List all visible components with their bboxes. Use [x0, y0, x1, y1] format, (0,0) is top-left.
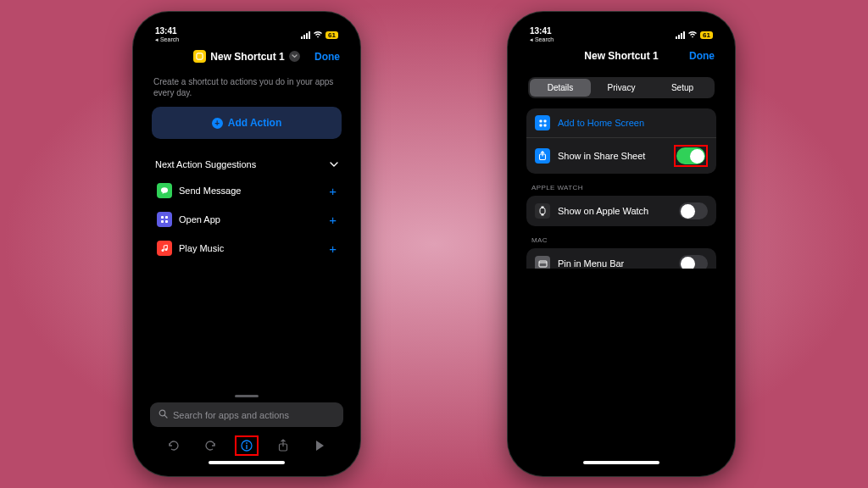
search-icon [159, 409, 168, 420]
suggestions-header-row[interactable]: Next Action Suggestions [152, 139, 342, 176]
share-button[interactable] [271, 435, 295, 456]
music-icon [157, 241, 172, 256]
svg-rect-15 [543, 119, 546, 122]
add-icon[interactable]: + [329, 184, 337, 198]
suggestion-row[interactable]: Send Message + [152, 176, 342, 205]
home-indicator[interactable] [209, 461, 285, 464]
back-to-search[interactable]: ◂ Search [155, 36, 179, 43]
group-watch: Show on Apple Watch [526, 196, 716, 226]
svg-rect-22 [539, 261, 547, 267]
info-button[interactable] [235, 435, 259, 456]
wifi-icon [313, 30, 323, 40]
suggestion-label: Open App [179, 214, 322, 225]
segmented-control: Details Privacy Setup [528, 77, 715, 98]
phone-settings: 13:41 ◂ Search 61 New Shortcut 1 Done De… [508, 12, 735, 476]
tab-privacy[interactable]: Privacy [591, 79, 652, 97]
svg-line-9 [164, 415, 167, 418]
tab-setup[interactable]: Setup [652, 79, 713, 97]
play-button[interactable] [308, 435, 331, 456]
add-icon[interactable]: + [329, 213, 337, 227]
battery-indicator: 61 [326, 31, 338, 39]
chevron-down-icon [330, 159, 338, 169]
share-sheet-icon [535, 148, 550, 164]
status-time: 13:41 [155, 26, 179, 36]
suggestion-row[interactable]: Play Music + [152, 234, 342, 263]
row-label: Show in Share Sheet [558, 151, 666, 161]
suggestions-header: Next Action Suggestions [155, 159, 256, 169]
svg-rect-16 [539, 124, 542, 126]
svg-rect-20 [542, 207, 544, 208]
back-to-search[interactable]: ◂ Search [530, 36, 554, 43]
undo-button[interactable] [162, 435, 186, 456]
plus-circle-icon: + [212, 118, 223, 129]
add-action-label: Add Action [228, 117, 282, 129]
svg-rect-14 [539, 119, 542, 122]
redo-button[interactable] [198, 435, 222, 456]
home-screen-icon [535, 115, 550, 130]
svg-rect-19 [540, 208, 545, 214]
svg-rect-0 [197, 53, 203, 59]
page-title: New Shortcut 1 [584, 50, 658, 62]
bottom-toolbar [150, 427, 343, 458]
notch [583, 20, 659, 39]
nav-header: New Shortcut 1 Done [142, 43, 352, 69]
menubar-icon [535, 256, 550, 269]
screen-editor: 13:41 ◂ Search 61 New Shortcut 1 [142, 20, 352, 468]
signal-icon [676, 31, 685, 39]
battery-indicator: 61 [700, 31, 713, 39]
suggestion-label: Send Message [179, 186, 322, 196]
message-icon [157, 183, 172, 198]
watch-toggle[interactable] [679, 202, 708, 219]
row-label: Pin in Menu Bar [558, 258, 671, 269]
drawer-grabber[interactable] [235, 395, 259, 397]
app-grid-icon [157, 212, 172, 227]
shortcut-app-icon [193, 50, 206, 63]
svg-rect-17 [543, 124, 546, 126]
group-header-watch: APPLE WATCH [526, 184, 716, 196]
svg-rect-2 [161, 216, 164, 219]
chevron-down-icon[interactable] [289, 51, 300, 62]
phone-editor: 13:41 ◂ Search 61 New Shortcut 1 [133, 12, 360, 476]
page-title: New Shortcut 1 [210, 51, 284, 63]
row-label: Add to Home Screen [558, 118, 708, 128]
search-input[interactable]: Search for apps and actions [150, 402, 343, 427]
svg-rect-3 [165, 216, 168, 219]
tab-details[interactable]: Details [530, 79, 591, 97]
group-general: Add to Home Screen Show in Share Sheet [526, 108, 716, 174]
home-indicator[interactable] [583, 461, 659, 464]
row-share-sheet: Show in Share Sheet [526, 137, 716, 174]
row-label: Show on Apple Watch [558, 206, 671, 216]
suggestion-label: Play Music [179, 243, 322, 253]
hint-text: Create a shortcut to actions you do in y… [152, 75, 342, 107]
svg-point-11 [246, 442, 248, 444]
group-header-mac: MAC [526, 236, 716, 248]
wifi-icon [687, 30, 698, 40]
row-add-home[interactable]: Add to Home Screen [526, 108, 716, 137]
notch [209, 20, 285, 39]
add-action-button[interactable]: + Add Action [152, 107, 342, 139]
signal-icon [301, 31, 310, 39]
pin-menu-toggle[interactable] [679, 255, 708, 269]
svg-rect-12 [246, 445, 247, 449]
search-placeholder: Search for apps and actions [173, 410, 289, 420]
share-sheet-toggle-highlight [674, 145, 708, 167]
nav-header: New Shortcut 1 Done [516, 43, 726, 69]
svg-rect-5 [165, 220, 168, 223]
svg-rect-21 [542, 214, 544, 216]
row-apple-watch: Show on Apple Watch [526, 196, 716, 226]
svg-point-1 [161, 187, 168, 192]
add-icon[interactable]: + [329, 241, 337, 256]
share-sheet-toggle[interactable] [676, 147, 705, 164]
status-time: 13:41 [530, 26, 554, 36]
group-mac: Pin in Menu Bar Receive What's Onscreen … [526, 248, 716, 269]
svg-rect-4 [161, 220, 164, 223]
done-button[interactable]: Done [689, 50, 715, 62]
suggestion-row[interactable]: Open App + [152, 205, 342, 234]
screen-settings: 13:41 ◂ Search 61 New Shortcut 1 Done De… [516, 20, 726, 468]
done-button[interactable]: Done [314, 51, 340, 63]
watch-icon [535, 203, 550, 219]
row-pin-menu: Pin in Menu Bar [526, 248, 716, 269]
